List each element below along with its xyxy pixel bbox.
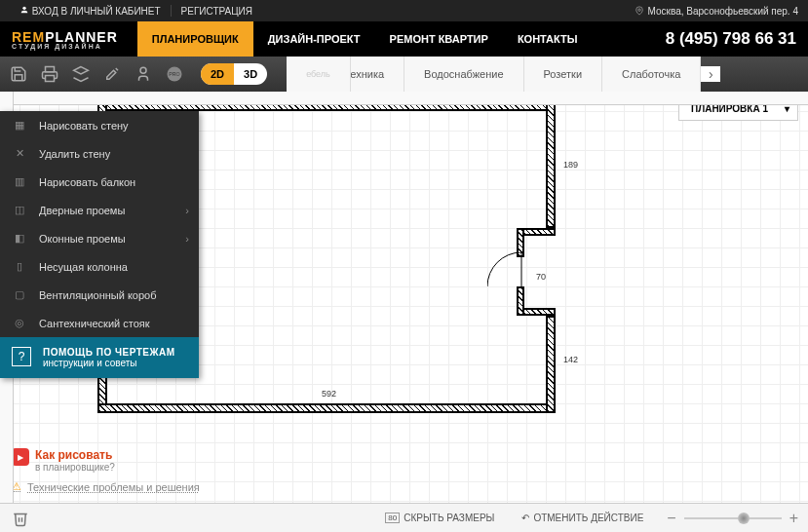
svg-text:PRO: PRO	[169, 71, 179, 77]
tool-doors[interactable]: ◫Дверные проемы	[0, 196, 199, 224]
hint-tech-issues[interactable]: ⚠ Технические проблемы и решения	[12, 480, 200, 493]
main-nav: ПЛАНИРОВЩИК ДИЗАЙН-ПРОЕКТ РЕМОНТ КВАРТИР…	[137, 21, 593, 57]
undo-icon: ↶	[521, 513, 529, 523]
svg-point-0	[22, 7, 25, 10]
dim-70: 70	[536, 272, 546, 282]
nav-design[interactable]: ДИЗАЙН-ПРОЕКТ	[253, 21, 375, 57]
phone: 8 (495) 798 66 31	[666, 29, 796, 49]
view-2d[interactable]: 2D	[201, 63, 234, 85]
dim-142: 142	[563, 355, 578, 364]
tab-lowcurrent[interactable]: Слаботочка	[602, 57, 701, 92]
hide-dimensions-btn[interactable]: 80 СКРЫТЬ РАЗМЕРЫ	[371, 513, 508, 523]
video-icon: ▶	[12, 448, 29, 466]
tool-windows[interactable]: ◧Оконные проемы	[0, 224, 199, 252]
tab-furniture[interactable]: ебель	[287, 57, 351, 92]
tool-vent[interactable]: ▢Вентиляционный короб	[0, 281, 199, 309]
door-arc[interactable]	[487, 252, 526, 291]
door-icon: ◫	[12, 203, 27, 218]
hint-how-to-draw[interactable]: ▶ Как рисоватьв планировщике?	[12, 448, 200, 473]
svg-rect-2	[46, 76, 55, 82]
zoom-control: − +	[667, 510, 798, 527]
riser-icon: ◎	[12, 316, 27, 331]
register-link[interactable]: РЕГИСТРАЦИЯ	[172, 6, 262, 17]
print-icon[interactable]	[39, 63, 60, 85]
zoom-thumb[interactable]	[738, 513, 750, 524]
tab-sockets[interactable]: Розетки	[524, 57, 603, 92]
wall-right-bot[interactable]	[546, 316, 556, 413]
layers-icon[interactable]	[70, 63, 92, 85]
dim-189: 189	[563, 160, 578, 170]
category-tabs: ‹ ебель Сантехника Водоснабжение Розетки…	[287, 57, 800, 92]
tool-draw-wall[interactable]: ▦Нарисовать стену	[0, 111, 199, 139]
pin-icon	[635, 6, 644, 16]
cross-icon: ✕	[12, 146, 27, 162]
svg-rect-3	[46, 67, 55, 72]
zoom-out[interactable]: −	[667, 510, 675, 527]
hints: ▶ Как рисоватьв планировщике? ⚠ Техничес…	[12, 448, 200, 493]
login-link[interactable]: ВХОД В ЛИЧНЫЙ КАБИНЕТ	[10, 5, 172, 17]
pro-icon[interactable]: PRO	[164, 63, 185, 85]
tools-icon[interactable]	[101, 63, 123, 85]
column-icon: ▯	[12, 259, 27, 275]
wall-bottom[interactable]	[97, 403, 556, 413]
location[interactable]: Москва, Варсонофьевский пер. 4	[635, 6, 798, 17]
view-toggle: 2D 3D	[201, 63, 267, 85]
save-icon[interactable]	[8, 63, 29, 85]
tabs-next[interactable]: ›	[701, 66, 720, 82]
person-icon[interactable]	[133, 63, 154, 85]
help-panel[interactable]: ? ПОМОЩЬ ПО ЧЕРТЕЖАМинструкции и советы	[0, 337, 199, 378]
header: REMPLANNER СТУДИЯ ДИЗАЙНА ПЛАНИРОВЩИК ДИ…	[0, 21, 808, 57]
balcony-icon: ▥	[12, 174, 27, 190]
undo-btn[interactable]: ↶ ОТМЕНИТЬ ДЕЙСТВИЕ	[508, 513, 657, 523]
trash-icon[interactable]	[10, 508, 31, 529]
zoom-slider[interactable]	[684, 517, 782, 519]
tool-column[interactable]: ▯Несущая колонна	[0, 252, 199, 281]
tool-delete-wall[interactable]: ✕Удалить стену	[0, 139, 199, 168]
vent-icon: ▢	[12, 287, 27, 303]
svg-marker-4	[74, 67, 89, 75]
tools-sidemenu: ▦Нарисовать стену ✕Удалить стену ▥Нарисо…	[0, 111, 199, 378]
wall-right-top[interactable]	[546, 101, 556, 228]
zoom-in[interactable]: +	[789, 510, 798, 527]
tool-balcony[interactable]: ▥Нарисовать балкон	[0, 168, 199, 196]
tab-water[interactable]: Водоснабжение	[404, 57, 523, 92]
window-icon: ◧	[12, 231, 27, 247]
ruler-horizontal	[0, 92, 808, 105]
topbar: ВХОД В ЛИЧНЫЙ КАБИНЕТ РЕГИСТРАЦИЯ Москва…	[0, 0, 808, 21]
svg-point-1	[637, 9, 640, 11]
footer: 80 СКРЫТЬ РАЗМЕРЫ ↶ ОТМЕНИТЬ ДЕЙСТВИЕ − …	[0, 503, 808, 532]
toolbar: PRO 2D 3D ‹ ебель Сантехника Водоснабжен…	[0, 57, 808, 92]
nav-repair[interactable]: РЕМОНТ КВАРТИР	[375, 21, 503, 57]
nav-contacts[interactable]: КОНТАКТЫ	[503, 21, 593, 57]
dim-592: 592	[322, 389, 336, 399]
question-icon: ?	[12, 347, 31, 366]
grid-icon: ▦	[12, 118, 27, 133]
svg-point-5	[140, 67, 146, 73]
logo[interactable]: REMPLANNER СТУДИЯ ДИЗАЙНА	[12, 29, 118, 50]
view-3d[interactable]: 3D	[234, 63, 267, 85]
nav-planner[interactable]: ПЛАНИРОВЩИК	[137, 21, 253, 57]
user-icon	[19, 5, 29, 15]
tool-riser[interactable]: ◎Сантехнический стояк	[0, 309, 199, 337]
